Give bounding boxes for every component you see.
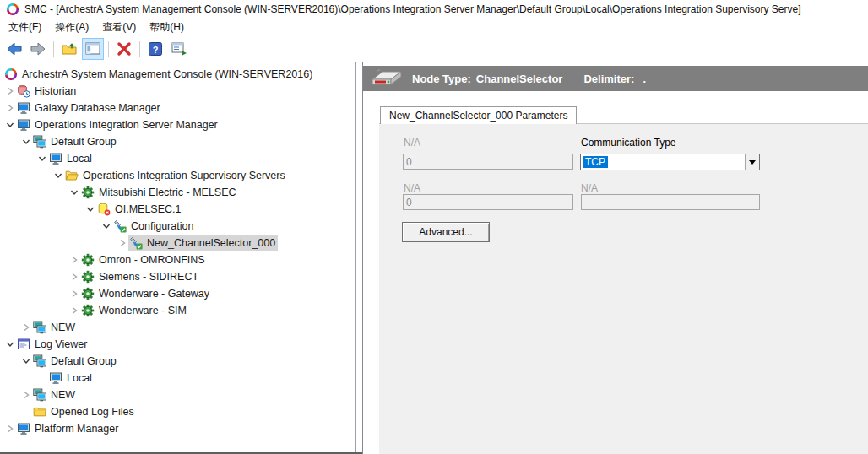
tree-item-selected-highlight: New_ChannelSelector_000 bbox=[128, 235, 278, 251]
tree-item[interactable]: OI.MELSEC.1 bbox=[0, 201, 355, 218]
field4-input[interactable] bbox=[581, 194, 760, 210]
tree-item[interactable]: New_ChannelSelector_000 bbox=[0, 235, 355, 251]
expander-closed-icon[interactable] bbox=[68, 254, 80, 266]
tree-item-label: NEW bbox=[51, 322, 75, 333]
field1-input[interactable] bbox=[403, 154, 573, 170]
tree-item[interactable]: Operations Integration Server Manager bbox=[0, 116, 355, 133]
expander-closed-icon[interactable] bbox=[68, 271, 80, 283]
tree-item-label: Operations Integration Server Manager bbox=[35, 119, 218, 131]
back-button[interactable] bbox=[3, 38, 25, 60]
tab-parameters[interactable]: New_ChannelSelector_000 Parameters bbox=[380, 106, 577, 124]
tree-item[interactable]: NEW bbox=[0, 386, 355, 403]
tree-item[interactable]: Operations Integration Supervisory Serve… bbox=[0, 167, 355, 184]
advanced-button[interactable]: Advanced... bbox=[402, 222, 490, 242]
gear-icon bbox=[81, 304, 95, 317]
forward-button[interactable] bbox=[27, 38, 49, 60]
archestra-logo-icon bbox=[4, 68, 18, 81]
up-one-level-button[interactable] bbox=[58, 38, 80, 60]
field1-label: N/A bbox=[404, 137, 420, 149]
tree-item[interactable]: Omron - OMRONFINS bbox=[0, 251, 355, 268]
tree-item[interactable]: Siemens - SIDIRECT bbox=[0, 268, 355, 285]
expander-open-icon[interactable] bbox=[36, 153, 48, 165]
console-tree-icon bbox=[84, 41, 101, 57]
expander-closed-icon[interactable] bbox=[4, 423, 16, 435]
expander-closed-icon[interactable] bbox=[4, 85, 16, 97]
expander-closed-icon[interactable] bbox=[20, 389, 32, 401]
expander-open-icon[interactable] bbox=[20, 136, 32, 148]
expander-closed-icon[interactable] bbox=[117, 237, 128, 249]
monitor-icon bbox=[17, 422, 30, 435]
monitor-icon bbox=[17, 101, 30, 115]
tree-item-content: Log Viewer bbox=[16, 337, 90, 352]
tree-item-label: Historian bbox=[35, 85, 76, 97]
tree-item[interactable]: Mitsubishi Electric - MELSEC bbox=[0, 184, 355, 201]
tree-item-label: Default Group bbox=[51, 136, 117, 148]
monitor-group-icon bbox=[33, 135, 46, 149]
tree-item-label: Platform Manager bbox=[35, 423, 118, 435]
tree-item-content: Default Group bbox=[32, 134, 119, 149]
expander-open-icon[interactable] bbox=[84, 203, 96, 215]
tree-item[interactable]: Wonderware - Gateway bbox=[0, 285, 355, 302]
expander-open-icon[interactable] bbox=[4, 119, 16, 131]
tree-item-content: Omron - OMRONFINS bbox=[80, 252, 208, 268]
menu-item-file[interactable]: 文件(F) bbox=[2, 19, 48, 36]
show-console-tree-button[interactable] bbox=[82, 38, 104, 60]
field3-input[interactable] bbox=[403, 194, 573, 210]
tree-item[interactable]: Galaxy Database Manager bbox=[0, 100, 355, 116]
expander-open-icon[interactable] bbox=[20, 355, 32, 367]
tree-item-label: Wonderware - SIM bbox=[99, 305, 187, 316]
tree-item[interactable]: Default Group bbox=[0, 353, 355, 370]
field4-label: N/A bbox=[581, 182, 598, 194]
tree-item[interactable]: Configuration bbox=[0, 218, 355, 235]
monitor-icon bbox=[49, 371, 62, 385]
delete-button[interactable] bbox=[113, 38, 135, 60]
tree-item[interactable]: NEW bbox=[0, 319, 355, 336]
tree-item[interactable]: Local bbox=[0, 370, 355, 386]
expander-closed-icon[interactable] bbox=[4, 102, 16, 114]
node-type-label: Node Type: bbox=[412, 73, 471, 85]
help-button[interactable]: ? bbox=[144, 38, 166, 60]
tree-item-content: Wonderware - Gateway bbox=[80, 286, 212, 301]
gear-icon bbox=[81, 253, 95, 267]
tree-item-content: Operations Integration Supervisory Serve… bbox=[64, 168, 288, 183]
tree-item[interactable]: Historian bbox=[0, 83, 355, 100]
tree-item[interactable]: Local bbox=[0, 150, 355, 167]
tree-item-label: NEW bbox=[51, 389, 75, 401]
expander-closed-icon[interactable] bbox=[68, 305, 80, 316]
delimiter-label: Delimiter: bbox=[583, 73, 634, 85]
tree-item[interactable]: Default Group bbox=[0, 133, 355, 150]
tree-item-label: Configuration bbox=[131, 220, 193, 232]
expander-closed-icon[interactable] bbox=[20, 322, 32, 333]
historian-icon bbox=[17, 84, 30, 98]
field3-label: N/A bbox=[404, 182, 420, 194]
monitor-group-icon bbox=[33, 388, 46, 402]
tree-item[interactable]: Opened Log Files bbox=[0, 403, 355, 420]
expander-open-icon[interactable] bbox=[68, 186, 80, 198]
menu-item-view[interactable]: 查看(V) bbox=[95, 19, 143, 36]
tree-item[interactable]: Log Viewer bbox=[0, 336, 355, 353]
tree-item-label: Log Viewer bbox=[35, 338, 87, 350]
help-icon: ? bbox=[147, 41, 164, 57]
tree-item-label: Opened Log Files bbox=[51, 406, 134, 418]
communication-type-combobox[interactable]: TCP bbox=[580, 154, 760, 170]
expander-open-icon[interactable] bbox=[100, 220, 112, 232]
tree-item[interactable]: Wonderware - SIM bbox=[0, 302, 355, 319]
tree-item-content: Default Group bbox=[32, 354, 119, 369]
tree-item-content: NEW bbox=[32, 387, 78, 403]
expander-spacer bbox=[36, 372, 48, 384]
node-type-header: Node Type: ChannelSelector Delimiter: . bbox=[363, 66, 868, 91]
export-list-button[interactable] bbox=[168, 38, 190, 60]
combobox-dropdown-button[interactable] bbox=[745, 154, 759, 170]
expander-closed-icon[interactable] bbox=[68, 288, 80, 300]
tree-item[interactable]: Platform Manager bbox=[0, 420, 355, 437]
tree-item-content: Galaxy Database Manager bbox=[16, 100, 163, 116]
tree-item-content: Opened Log Files bbox=[32, 404, 137, 419]
tree-item[interactable]: ArchestrA System Management Console (WIN… bbox=[0, 66, 355, 83]
menu-item-help[interactable]: 帮助(H) bbox=[143, 19, 191, 36]
expander-open-icon[interactable] bbox=[4, 338, 16, 350]
menu-item-action[interactable]: 操作(A) bbox=[48, 19, 95, 36]
tree-item-content: Operations Integration Server Manager bbox=[16, 117, 220, 132]
tree-item-content: Local bbox=[48, 151, 95, 166]
expander-open-icon[interactable] bbox=[52, 170, 64, 181]
delete-x-icon bbox=[116, 41, 133, 57]
